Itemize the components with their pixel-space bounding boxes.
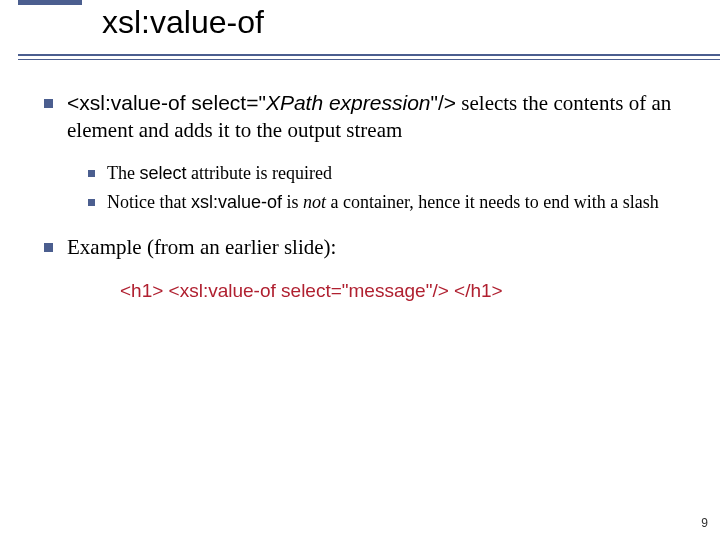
italic-fragment: not [303,192,326,212]
bullet-square-icon [88,170,95,177]
text-fragment: The [107,163,139,183]
bullet-item: The select attribute is required [88,162,676,185]
text-fragment: Example (from an earlier slide): [67,235,336,259]
bullet-square-icon [44,99,53,108]
code-fragment: "/> [431,91,457,114]
slide: xsl:value-of <xsl:value-of select="XPath… [0,0,720,540]
title-accent-top [18,0,82,5]
title-underline [18,54,720,56]
bullet-text: Example (from an earlier slide): [67,234,676,261]
slide-title: xsl:value-of [102,4,264,41]
title-bar: xsl:value-of [18,0,720,68]
example-code: <h1> <xsl:value-of select="message"/> </… [120,279,676,303]
code-line: <h1> <xsl:value-of select="message"/> </… [120,280,503,301]
code-fragment: <xsl:value-of select=" [67,91,266,114]
bullet-text: <xsl:value-of select="XPath expression"/… [67,90,676,144]
text-fragment: is [282,192,303,212]
text-fragment: attribute is required [187,163,332,183]
text-fragment: Notice that [107,192,191,212]
bullet-item: <xsl:value-of select="XPath expression"/… [44,90,676,144]
bullet-square-icon [88,199,95,206]
code-fragment: select [139,163,186,183]
code-fragment: xsl:value-of [191,192,282,212]
bullet-square-icon [44,243,53,252]
bullet-text: The select attribute is required [107,162,676,185]
code-fragment-italic: XPath expression [266,91,431,114]
bullet-item: Example (from an earlier slide): [44,234,676,261]
spacer [44,220,676,234]
bullet-text: Notice that xsl:value-of is not a contai… [107,191,676,214]
text-fragment: a container, hence it needs to end with … [326,192,659,212]
bullet-item: Notice that xsl:value-of is not a contai… [88,191,676,214]
page-number: 9 [701,516,708,530]
slide-body: <xsl:value-of select="XPath expression"/… [0,68,720,303]
